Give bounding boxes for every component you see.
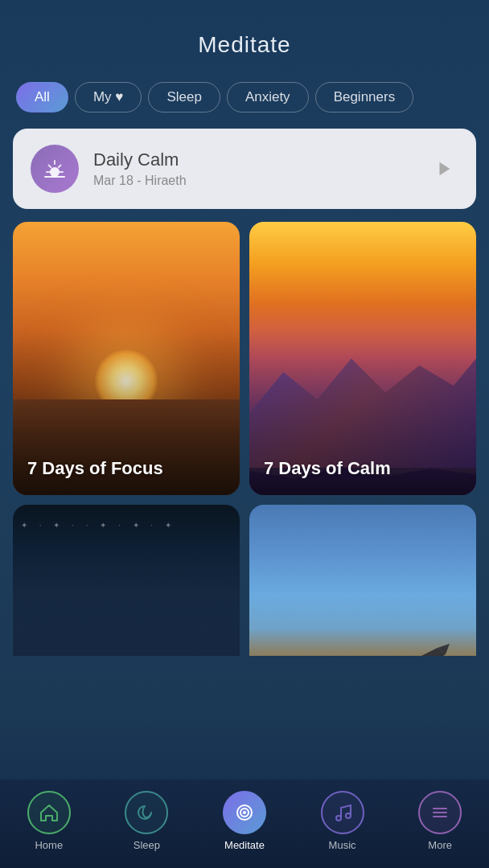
nav-meditate[interactable]: Meditate [220,791,269,851]
sleep-icon-wrap [125,791,168,834]
card-overlay [249,222,476,495]
play-button[interactable] [429,154,458,183]
card-deep-sleep[interactable] [13,505,240,656]
svg-marker-7 [440,162,450,176]
card-calm-label: 7 Days of Calm [264,458,391,479]
card-focus[interactable]: 7 Days of Focus [13,222,240,495]
nav-meditate-label: Meditate [224,839,265,851]
daily-calm-title: Daily Calm [93,149,415,170]
meditate-icon [233,801,256,824]
svg-point-12 [243,811,246,814]
card-overlay [249,505,476,656]
nav-music-label: Music [329,839,356,851]
music-icon-wrap [321,791,364,834]
music-icon [331,801,354,824]
filter-tabs: All My ♥ Sleep Anxiety Beginners [0,74,489,125]
moon-icon [135,801,158,824]
card-overlay [13,505,240,656]
home-icon [38,801,60,824]
meditate-icon-wrap [223,791,266,834]
daily-calm-subtitle: Mar 18 - Hiraeth [93,174,415,188]
svg-point-0 [50,167,60,177]
card-grid: 7 Days of Focus 7 Days of Calm [0,222,489,495]
header: Meditate [0,0,489,74]
bottom-nav: Home Sleep Meditate Music [0,780,489,868]
svg-line-5 [59,166,61,168]
card-overlay [13,222,240,495]
card-calm[interactable]: 7 Days of Calm [249,222,476,495]
nav-more[interactable]: More [416,791,464,851]
nav-sleep[interactable]: Sleep [122,791,171,851]
nav-music[interactable]: Music [318,791,367,851]
page-title: Meditate [0,32,489,58]
tab-all[interactable]: All [16,82,68,113]
menu-icon [429,801,451,824]
daily-calm-card[interactable]: Daily Calm Mar 18 - Hiraeth [13,129,476,209]
tab-beginners[interactable]: Beginners [315,82,414,113]
svg-line-4 [49,166,51,168]
home-icon-wrap [27,791,71,834]
tab-my[interactable]: My ♥ [75,82,142,113]
nav-more-label: More [428,839,452,851]
nav-sleep-label: Sleep [134,839,160,851]
card-flight-anxiety[interactable] [249,505,476,656]
tab-anxiety[interactable]: Anxiety [227,82,309,113]
daily-calm-text: Daily Calm Mar 18 - Hiraeth [93,149,415,188]
nav-home-label: Home [35,839,63,851]
nav-home[interactable]: Home [25,791,73,851]
card-grid-partial [0,495,489,656]
card-focus-label: 7 Days of Focus [27,458,163,479]
fade-overlay [0,715,489,780]
more-icon-wrap [418,791,462,834]
daily-calm-icon [31,145,79,193]
tab-sleep[interactable]: Sleep [148,82,220,113]
